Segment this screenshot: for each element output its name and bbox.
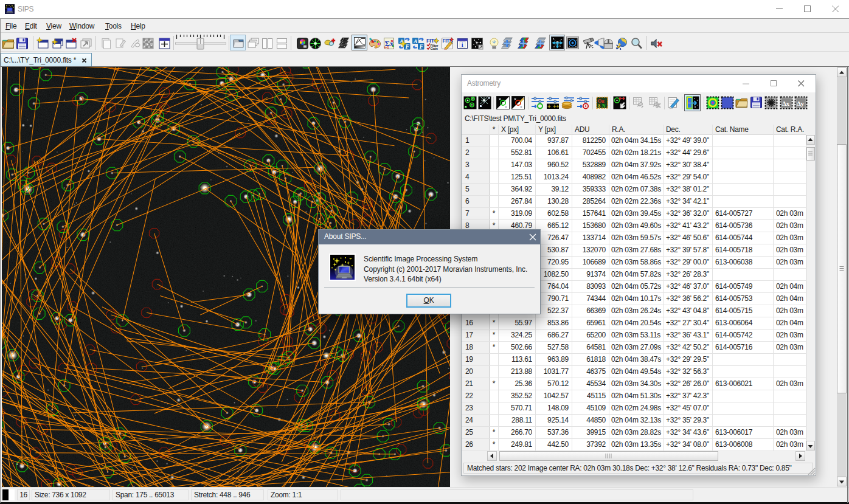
svg-text:n: n xyxy=(391,38,393,43)
svg-text:Gain: Gain xyxy=(431,47,438,50)
svg-text:N: N xyxy=(602,103,606,109)
svg-text:δ: δ xyxy=(598,103,600,109)
svg-text:i=1: i=1 xyxy=(384,46,389,49)
svg-text:i: i xyxy=(462,41,463,48)
svg-text:Δx: Δx xyxy=(782,100,790,107)
svg-text:Δy: Δy xyxy=(797,100,805,107)
svg-text:F: F xyxy=(419,43,424,50)
svg-text:A: A xyxy=(413,38,417,44)
